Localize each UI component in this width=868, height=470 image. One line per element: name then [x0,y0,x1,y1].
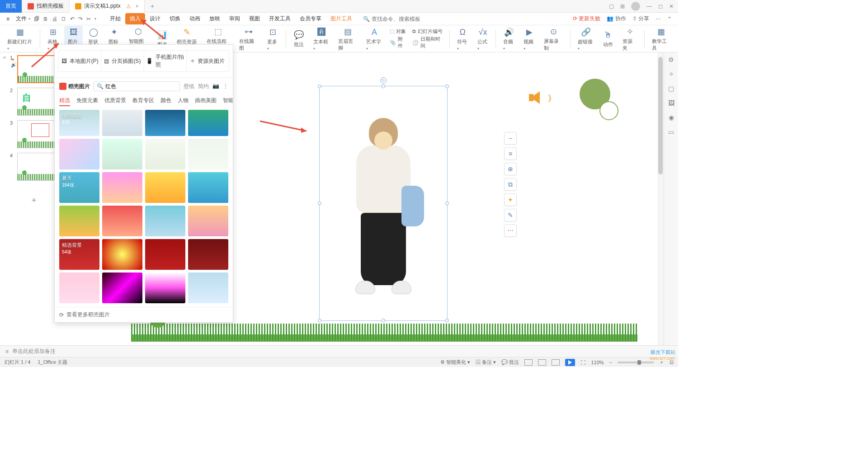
image-tile[interactable] [188,110,228,136]
cat-illustration[interactable]: 插画美图 [195,97,217,106]
ribbon-header-footer[interactable]: ▤页眉页脚 [335,25,361,52]
ribbon-textbox[interactable]: 🅰文本框▾ [310,26,333,52]
opt-paged-image[interactable]: ▤分页插图(S) [101,50,143,72]
cat-cutout[interactable]: 免抠元素 [76,97,98,106]
menu-tab-view[interactable]: 视图 [245,13,264,24]
slide-thumb-4[interactable] [17,153,57,181]
ribbon-audio[interactable]: 🔊音频▾ [500,26,518,52]
print-preview-icon[interactable]: 🗋 [61,16,66,22]
cat-education[interactable]: 教育专区 [132,97,154,106]
image-tile[interactable]: 精选背景54张 [59,239,99,270]
image-tile[interactable] [145,139,185,169]
tab-home[interactable]: 首页 [0,0,22,13]
more-icon[interactable]: ⋯ [656,16,661,22]
ribbon-attachment[interactable]: 📎 附件 [390,36,407,49]
resize-handle[interactable] [445,202,449,205]
green-ring-shape[interactable] [599,101,618,120]
image-tile[interactable] [102,139,142,169]
side-settings-icon[interactable]: ⚙ [668,56,674,63]
tab-add[interactable]: ＋ [145,2,160,10]
image-tile[interactable] [145,206,185,236]
minimize-icon[interactable]: — [646,3,652,9]
ribbon-action[interactable]: 🖱动作 [599,28,617,49]
file-menu[interactable]: 文件▾ [13,15,33,23]
image-tile[interactable] [188,239,228,270]
slide-thumb-2[interactable]: 自 [17,88,57,116]
float-layers-icon[interactable]: ≡ [504,147,517,160]
chip-wallpaper[interactable]: 壁纸 [184,83,194,90]
ribbon-wordart[interactable]: A艺术字▾ [363,26,386,52]
slide-thumb-1[interactable] [17,55,57,83]
hamburger-icon[interactable]: ≡ [4,16,12,22]
tab-templates[interactable]: 找稻壳模板 [22,0,70,13]
side-image-icon[interactable]: 🖼 [668,99,675,107]
image-tile[interactable] [145,273,185,303]
view-reading-icon[interactable] [552,359,560,366]
tab-document[interactable]: 演示文稿1.pptx⚠× [70,0,145,13]
add-slide-button[interactable]: ＋ [11,185,57,214]
collapse-slides-icon[interactable]: « [0,52,9,345]
share-button[interactable]: ⇪ 分享 [632,15,649,23]
menu-tab-transition[interactable]: 切换 [165,13,185,24]
resize-handle[interactable] [318,319,321,322]
opt-resource-image[interactable]: ✧资源夹图片 [186,50,229,72]
close-window-icon[interactable]: ✕ [669,3,674,9]
maximize-icon[interactable]: ◻ [658,3,663,9]
image-search-box[interactable]: 🔍 [94,81,180,91]
ribbon-screen-record[interactable]: ⊙屏幕录制 [540,25,566,52]
image-tile[interactable] [102,110,142,136]
ribbon-datetime[interactable]: 🕒 日期和时间 [412,36,444,49]
slideshow-button[interactable] [565,359,575,366]
resize-handle[interactable] [445,319,449,322]
menu-tab-start[interactable]: 开始 [105,13,125,24]
opt-phone-image[interactable]: 📱手机图片/拍照 [144,50,186,72]
image-tile[interactable] [188,172,228,203]
audio-object[interactable]: )) [529,89,547,107]
side-book-icon[interactable]: ▭ [668,128,674,136]
image-tile[interactable] [102,273,142,303]
float-more-icon[interactable]: ⋯ [504,224,517,237]
update-failed[interactable]: ⟳ 更新失败 [573,15,600,23]
side-magic-icon[interactable]: ✧ [669,70,674,78]
float-idea-icon[interactable]: ✦ [504,193,517,206]
ribbon-symbol[interactable]: Ω符号▾ [453,26,472,52]
image-tile[interactable]: 猜你喜欢219 [59,110,99,136]
tab-close-icon[interactable]: × [136,3,139,9]
quick-dropdown-icon[interactable]: ▾ [94,17,96,21]
undo-icon[interactable]: ↶ [70,16,75,22]
menu-tab-vip[interactable]: 会员专享 [295,13,326,24]
zoom-slider[interactable] [618,362,654,363]
command-search[interactable]: 🔍 [363,16,426,22]
image-tile[interactable] [102,239,142,270]
image-tile[interactable] [145,239,185,270]
image-tile[interactable] [188,273,228,303]
image-tile[interactable] [59,206,99,236]
opt-local-image[interactable]: 🖼本地图片(P) [58,50,101,72]
menu-tab-design[interactable]: 设计 [145,13,165,24]
ribbon-mindmap[interactable]: ⊶在线脑图 [236,25,262,52]
resize-handle[interactable] [318,202,321,205]
notes-bar[interactable]: ≡ 单击此处添加备注 [0,345,678,357]
ribbon-video[interactable]: ▶视频▾ [520,26,538,52]
ribbon-resource-folder[interactable]: ✧资源夹 [619,25,641,52]
search-input[interactable] [372,16,426,22]
image-tile[interactable] [59,139,99,169]
zoom-value[interactable]: 110% [591,360,604,365]
camera-icon[interactable]: 📷 [212,83,219,90]
ribbon-new-slide[interactable]: ▦新建幻灯片▾ [4,26,36,52]
side-location-icon[interactable]: ◉ [669,114,674,121]
cat-smart[interactable]: 智能 [223,97,233,106]
cat-color[interactable]: 颜色 [160,97,171,106]
chip-simple[interactable]: 简约 [198,83,209,90]
ribbon-slide-number[interactable]: ⧉ 幻灯片编号 [412,28,444,35]
view-normal-icon[interactable] [524,359,533,366]
float-zoom-icon[interactable]: ⊕ [504,163,517,175]
image-tile[interactable] [188,139,228,169]
view-more-images[interactable]: ⟳查看更多稻壳图片 [55,307,233,322]
ribbon-more[interactable]: ⊡更多▾ [264,26,282,52]
float-edit-icon[interactable]: ✎ [504,209,517,221]
menu-tab-animation[interactable]: 动画 [185,13,205,24]
resize-handle[interactable] [445,85,449,88]
menu-tab-dev[interactable]: 开发工具 [264,13,295,24]
image-tile[interactable] [102,206,142,236]
